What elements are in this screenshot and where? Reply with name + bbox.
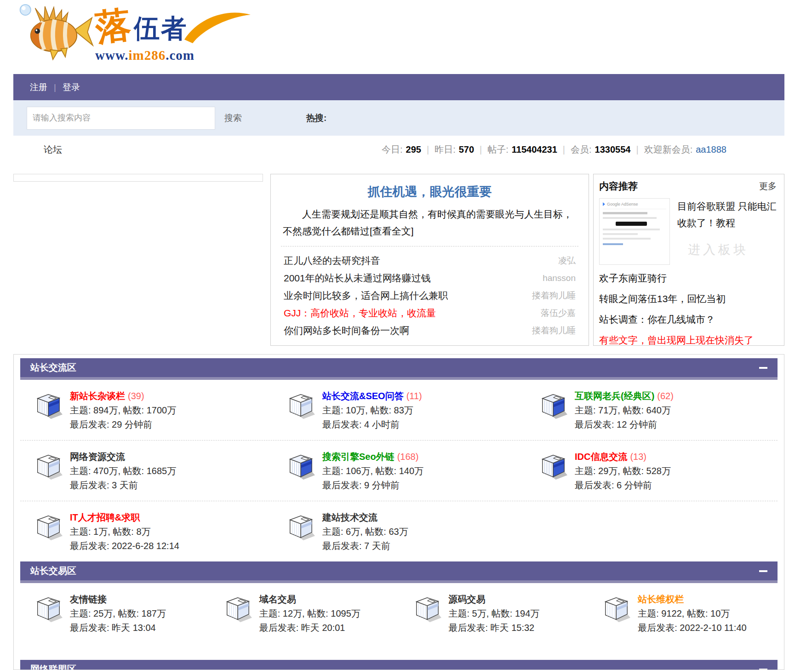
forum-last-post: 最后发表: 6 分钟前 [575, 478, 671, 492]
fish-logo-icon [17, 3, 102, 65]
forum-cell[interactable]: 新站长杂谈栏(39) 主题: 894万, 帖数: 1700万 最后发表: 29 … [20, 389, 273, 432]
forum-cell[interactable]: 建站技术交流 主题: 6万, 帖数: 63万 最后发表: 7 天前 [273, 510, 525, 553]
forum-new-count: (62) [657, 391, 674, 401]
thread-author[interactable]: 搂着狗儿睡 [532, 325, 576, 337]
collapse-button[interactable] [759, 669, 767, 670]
forum-cell[interactable]: 友情链接 主题: 25万, 帖数: 187万 最后发表: 昨天 13:04 [20, 592, 210, 635]
recommend-feature-link[interactable]: 目前谷歌联盟 只能电汇收款了！教程 [677, 198, 778, 265]
forum-name-link[interactable]: 新站长杂谈栏 [70, 391, 125, 401]
recommend-link[interactable]: 欢子东南亚骑行 [599, 273, 667, 283]
collapse-button[interactable] [759, 570, 767, 572]
forum-name-link[interactable]: 源码交易 [449, 594, 486, 604]
forum-name-link[interactable]: 搜索引擎Seo外链 [322, 452, 395, 462]
forum-last-post: 最后发表: 29 分钟前 [70, 418, 176, 432]
more-link[interactable]: 更多 [759, 180, 777, 192]
forum-name-link[interactable]: 域名交易 [259, 594, 296, 604]
forum-box-icon [286, 512, 315, 541]
thread-title-link[interactable]: 2001年的站长从未通过网络赚过钱 [284, 272, 431, 285]
forum-breadcrumb[interactable]: 论坛 [44, 143, 62, 156]
forum-stats: 主题: 1万, 帖数: 8万 [70, 525, 179, 539]
forum-name-link[interactable]: IDC信息交流 [575, 452, 627, 462]
site-logo[interactable]: 落 伍者 www.im286.com [95, 7, 252, 63]
forum-name-link[interactable]: 站长维权栏 [638, 594, 684, 604]
forum-last-post: 最后发表: 昨天 15:32 [449, 621, 540, 635]
forum-last-post: 最后发表: 9 分钟前 [322, 478, 423, 492]
nav-tab[interactable] [721, 74, 747, 100]
forum-name-link[interactable]: 网络资源交流 [70, 452, 125, 462]
thread-author[interactable]: 落伍少嘉 [541, 307, 576, 319]
search-button[interactable]: 搜索 [224, 112, 242, 124]
nav-tab[interactable] [695, 74, 721, 100]
stat-item: |昨日:570 [421, 143, 474, 156]
search-input[interactable] [27, 107, 215, 130]
forum-box-icon [413, 594, 441, 623]
forum-cell[interactable]: 站长交流&SEO问答(11) 主题: 10万, 帖数: 83万 最后发表: 4 … [273, 389, 525, 432]
forum-last-post: 最后发表: 昨天 13:04 [70, 621, 166, 635]
forum-box-icon [286, 391, 315, 419]
thumb-link-line [603, 243, 623, 245]
collapse-button[interactable] [759, 367, 767, 369]
forum-new-count: (39) [128, 391, 144, 401]
thread-author[interactable]: 搂着狗儿睡 [532, 290, 576, 302]
forum-name-link[interactable]: 站长交流&SEO问答 [322, 391, 404, 401]
recommend-link[interactable]: 站长调查：你在几线城市？ [599, 314, 715, 325]
forum-stats: 主题: 12万, 帖数: 1095万 [259, 607, 360, 621]
recommend-title: 内容推荐 [599, 180, 638, 193]
forum-stats: 主题: 9122, 帖数: 10万 [638, 607, 746, 621]
adsense-thumbnail[interactable]: Google AdSense [599, 198, 670, 265]
forum-name-link[interactable]: 友情链接 [70, 594, 107, 604]
forum-cell[interactable]: 互联网老兵(经典区)(62) 主题: 71万, 帖数: 640万 最后发表: 1… [525, 389, 778, 432]
recommend-link[interactable]: 转眼之间落伍13年，回忆当初 [599, 293, 726, 304]
thread-title-link[interactable]: 正儿八经的去研究抖音 [284, 254, 380, 267]
forum-last-post: 最后发表: 昨天 20:01 [259, 621, 360, 635]
forum-box-icon [34, 391, 63, 419]
thread-title-link[interactable]: GJJ：高价收站，专业收站，收流量 [284, 307, 436, 320]
stat-item: 今日:295 [382, 143, 421, 156]
forum-stats-row: 论坛 今日:295|昨日:570|帖子:115404231|会员:1330554… [13, 136, 784, 163]
search-bar: 搜索 热搜: [13, 100, 784, 136]
thread-author[interactable]: 凌弘 [558, 255, 576, 267]
forum-last-post: 最后发表: 7 天前 [322, 539, 408, 553]
forum-cell[interactable]: 站长维权栏 主题: 9122, 帖数: 10万 最后发表: 2022-2-10 … [588, 592, 778, 635]
site-header: 落 伍者 www.im286.com [13, 0, 784, 74]
thread-row: 你们网站多长时间备份一次啊 搂着狗儿睡 [284, 322, 576, 339]
category-title[interactable]: 网络联盟区 [30, 663, 76, 670]
forum-stats: 主题: 106万, 帖数: 140万 [322, 464, 423, 478]
thread-row: GJJ：高价收站，专业收站，收流量 落伍少嘉 [284, 304, 576, 322]
forum-cell[interactable]: 域名交易 主题: 12万, 帖数: 1095万 最后发表: 昨天 20:01 [210, 592, 399, 635]
login-link[interactable]: 登录 [63, 81, 80, 93]
forum-new-count: (168) [397, 452, 419, 462]
thread-title-link[interactable]: 业余时间比较多，适合网上搞什么兼职 [284, 289, 448, 302]
recommend-link[interactable]: 有些文字，曾出现网上现在快消失了 [599, 335, 754, 345]
forum-stats: 主题: 5万, 帖数: 194万 [449, 607, 540, 621]
thread-title-link[interactable]: 你们网站多长时间备份一次啊 [284, 324, 409, 337]
adsense-logo-icon [603, 202, 605, 206]
nav-tab[interactable] [747, 74, 772, 100]
announcement-title[interactable]: 抓住机遇，眼光很重要 [271, 183, 589, 200]
category-title[interactable]: 站长交易区 [30, 565, 76, 577]
stat-item: |会员:1330554 [557, 143, 631, 156]
forum-cell[interactable]: IT人才招聘&求职 主题: 1万, 帖数: 8万 最后发表: 2022-6-28… [20, 510, 273, 553]
read-full-link[interactable]: [查看全文] [370, 226, 414, 236]
register-link[interactable]: 注册 [30, 81, 47, 93]
forum-name-link[interactable]: IT人才招聘&求职 [70, 512, 140, 522]
forum-name-link[interactable]: 建站技术交流 [322, 512, 377, 522]
forum-stats: 主题: 894万, 帖数: 1700万 [70, 403, 176, 418]
thread-author[interactable]: hansson [543, 273, 576, 283]
announcement-panel: 抓住机遇，眼光很重要 人生需要规划还是顺其自然，有时候真的需要眼光与人生目标，不… [270, 174, 589, 346]
forum-last-post: 最后发表: 3 天前 [70, 478, 176, 492]
nav-separator: | [54, 82, 56, 92]
category-title[interactable]: 站长交流区 [30, 361, 76, 374]
category-header-alliance: 网络联盟区 [20, 660, 778, 670]
forum-last-post: 最后发表: 12 分钟前 [575, 418, 674, 432]
forum-name-link[interactable]: 互联网老兵(经典区) [575, 391, 654, 401]
forum-cell[interactable]: 搜索引擎Seo外链(168) 主题: 106万, 帖数: 140万 最后发表: … [273, 450, 525, 492]
forum-cell[interactable]: IDC信息交流(13) 主题: 29万, 帖数: 528万 最后发表: 6 分钟… [525, 450, 778, 492]
forum-cell[interactable]: 源码交易 主题: 5万, 帖数: 194万 最后发表: 昨天 15:32 [399, 592, 589, 635]
thread-row: 正儿八经的去研究抖音 凌弘 [284, 252, 576, 269]
empty-ad-box [13, 174, 263, 182]
forum-last-post: 最后发表: 2022-6-28 12:14 [70, 539, 179, 553]
forum-cell[interactable]: 网络资源交流 主题: 470万, 帖数: 1685万 最后发表: 3 天前 [20, 450, 273, 492]
forum-stats: 主题: 10万, 帖数: 83万 [322, 403, 422, 418]
thread-row: 业余时间比较多，适合网上搞什么兼职 搂着狗儿睡 [284, 287, 576, 304]
